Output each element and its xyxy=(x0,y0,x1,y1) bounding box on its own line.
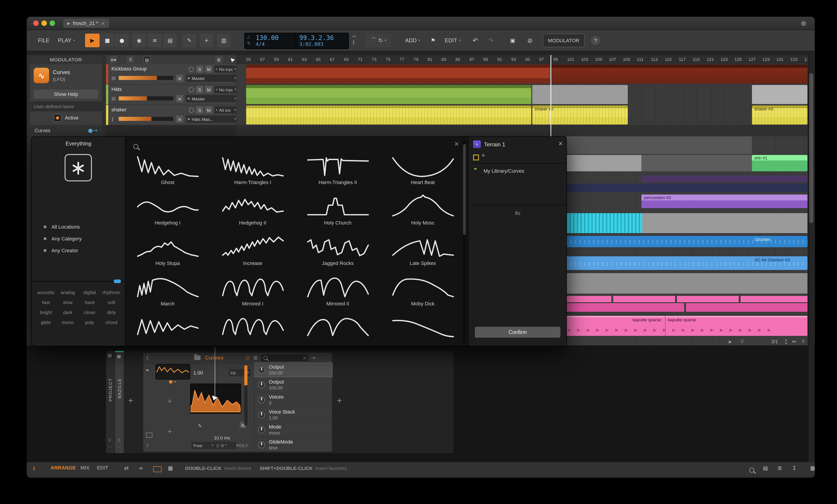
link-icon[interactable]: ∞ xyxy=(139,465,143,471)
layered-editing-button[interactable]: ≡ xyxy=(148,34,161,47)
color-swatch-icon[interactable] xyxy=(473,154,479,161)
mute-button[interactable]: M xyxy=(205,66,212,73)
clip-pink-seg[interactable] xyxy=(741,296,807,302)
help-button[interactable]: ? xyxy=(591,36,600,45)
close-window-button[interactable] xyxy=(33,20,39,26)
automation-icon[interactable]: ▤ xyxy=(111,75,116,80)
preset-item[interactable]: Moby Dick xyxy=(384,274,462,314)
zoom-window-button[interactable] xyxy=(50,20,55,26)
tab-bazille[interactable]: ▦ BAZILLE ⠿ ⋯ xyxy=(115,351,124,453)
preset-item[interactable]: Ghost xyxy=(129,152,206,193)
device-title[interactable]: Curves xyxy=(205,354,224,361)
param-row[interactable]: Output100.00 xyxy=(254,363,333,378)
param-row[interactable]: Modemono xyxy=(254,423,333,437)
record-arm-button[interactable] xyxy=(189,87,194,92)
flag-button[interactable]: ⚑ xyxy=(427,34,439,47)
param-row[interactable]: Voices3 xyxy=(254,393,333,408)
record-button[interactable]: ● xyxy=(115,34,129,47)
track-list-view-button[interactable]: ≡▾ xyxy=(110,56,117,63)
tag-chip[interactable]: dirty xyxy=(101,310,122,315)
install-icon[interactable]: ↧ xyxy=(792,465,797,471)
modulation-route-icon[interactable]: ●→ xyxy=(88,127,97,134)
mod-next-icon[interactable]: → xyxy=(311,355,316,361)
add-track-button[interactable]: + xyxy=(200,34,213,47)
preset-item[interactable]: Mirrored I xyxy=(214,274,291,314)
solo-button[interactable]: S xyxy=(196,106,203,114)
tag-chip[interactable]: hard xyxy=(79,299,100,305)
edit-curve-icon[interactable]: ✎ xyxy=(198,423,202,429)
output-chooser[interactable]: ▶Master▾ xyxy=(186,75,238,82)
track-name[interactable]: Häts xyxy=(111,86,122,92)
punch-in-icon[interactable]: ↦ xyxy=(353,34,356,39)
param-knob-icon[interactable] xyxy=(258,396,265,404)
input-chooser[interactable]: ▸No input▾ xyxy=(214,86,238,93)
lane-block-purple-thin[interactable] xyxy=(641,175,807,182)
clip-shaker-3[interactable]: shaker #3 xyxy=(752,106,807,125)
remote-controls-icon[interactable] xyxy=(146,433,153,437)
level-meter[interactable] xyxy=(119,96,173,100)
insert-device-before-button[interactable]: + xyxy=(128,396,133,405)
browser-search-input[interactable] xyxy=(143,141,448,150)
zoom-level[interactable]: 2/1 xyxy=(771,339,778,344)
device-name-input[interactable]: User-defined name xyxy=(30,101,102,111)
clip-pink-seg[interactable] xyxy=(566,296,611,302)
empty-mod-slot-button[interactable]: + xyxy=(167,428,172,435)
param-knob-icon[interactable] xyxy=(258,426,265,433)
active-toggle[interactable]: Active xyxy=(30,113,102,122)
project-tab[interactable]: ▶ frosch_21 * × xyxy=(63,19,109,28)
preset-item[interactable]: Harm-Triangles I xyxy=(214,152,291,193)
play-menu-button[interactable]: PLAY▾ xyxy=(55,34,78,47)
output-chooser[interactable]: ▶Master▾ xyxy=(186,95,238,102)
track-header[interactable]: Häts S M ▸No input▾ ▤ ≡ ▶Master▾ xyxy=(106,85,236,105)
clip-cyan[interactable] xyxy=(566,213,642,233)
playhead[interactable] xyxy=(550,55,551,136)
view-mix[interactable]: MIX xyxy=(81,465,89,470)
mod-search-input[interactable]: × xyxy=(261,354,309,361)
modulator-output-row[interactable]: Curves ●→ xyxy=(30,125,102,136)
clip-pink-seg[interactable] xyxy=(677,296,739,302)
solo-button[interactable]: S xyxy=(196,66,203,73)
track-options-button[interactable]: ≣ xyxy=(215,56,222,63)
time-signature-display[interactable]: 4/4 xyxy=(256,41,265,47)
lane-block[interactable] xyxy=(566,136,752,154)
tag-chip[interactable]: mono xyxy=(57,319,78,325)
preset-item[interactable]: March xyxy=(129,274,206,314)
tag-chip[interactable]: dark xyxy=(57,310,78,315)
preset-item[interactable]: Heart Beat xyxy=(384,152,462,193)
preset-item[interactable]: Late Spikes xyxy=(384,233,462,274)
clip-kickbass-right[interactable] xyxy=(551,64,807,83)
track-name[interactable]: shaker xyxy=(111,107,126,112)
automation-icon[interactable]: ▤ xyxy=(111,96,116,101)
clip-pink-seg[interactable] xyxy=(566,303,684,312)
param-value[interactable]: 100.00 xyxy=(269,370,283,375)
clip-hats[interactable] xyxy=(246,85,531,104)
clip-gray-right[interactable] xyxy=(752,85,807,104)
grid-view-button[interactable]: ⠿ xyxy=(127,56,134,63)
record-arm-button[interactable] xyxy=(189,67,194,72)
preset-folder-icon[interactable] xyxy=(194,355,201,360)
more-icon[interactable]: ⋯ xyxy=(108,445,112,449)
preset-item[interactable]: Holy Mosc xyxy=(384,193,462,233)
arranger-lower-strip[interactable]: ohh #1 percussion #2 Glocken SC for Gloc… xyxy=(566,136,807,346)
mute-button[interactable]: M xyxy=(205,86,212,93)
scrollbar-thumb[interactable] xyxy=(809,73,813,223)
modulator-panel-toggle[interactable]: MODULATOR xyxy=(543,34,585,47)
ruler[interactable]: 5557596163656769717375777981838587899193… xyxy=(236,55,807,64)
file-browser-icon[interactable]: ▤ xyxy=(763,465,768,471)
tag-chip[interactable]: analog xyxy=(57,290,78,295)
trigger-mode-chooser[interactable]: Free▾ xyxy=(192,442,215,449)
param-value[interactable]: mono xyxy=(269,430,280,435)
clip-kaputte[interactable]: kaputte sparse kaputte sparse ▶▶▶▶▶▶▶▶▶▶… xyxy=(566,316,807,336)
clip-kickbass-left[interactable] xyxy=(246,64,550,83)
preset-item[interactable]: Increase xyxy=(214,233,291,274)
param-value[interactable]: 100.00 xyxy=(269,386,283,390)
random-icon[interactable]: ⠿ xyxy=(741,339,744,344)
arranger-lanes[interactable]: shaker #2 shaker #3 xyxy=(236,64,807,125)
preset-grid-scrollbar[interactable] xyxy=(463,139,466,343)
show-help-button[interactable]: Show Help xyxy=(34,90,98,99)
time-display[interactable]: 3:02.003 xyxy=(299,41,323,47)
clear-search-icon[interactable]: × xyxy=(303,355,307,361)
tag-chip[interactable]: clean xyxy=(79,310,100,315)
arranger-scrollbar[interactable] xyxy=(808,55,814,462)
preset-item[interactable]: Jagged Rocks xyxy=(299,233,376,274)
